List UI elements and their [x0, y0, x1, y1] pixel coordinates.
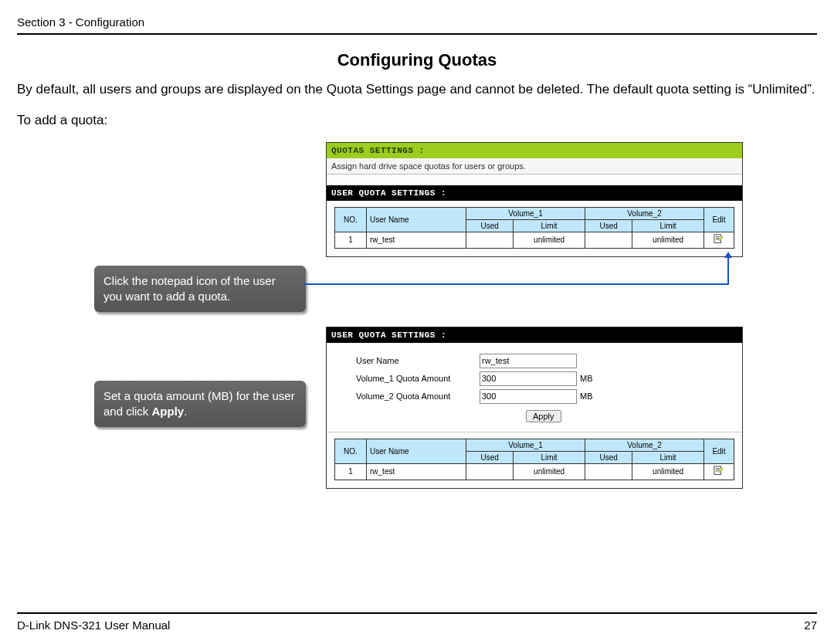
cell-v2-limit: unlimited: [632, 232, 704, 248]
cell-no: 1: [335, 232, 367, 248]
callout2-text-a: Set a quota amount (MB) for the user and…: [103, 389, 295, 418]
cell-no: 1: [335, 463, 367, 480]
input-v2-quota[interactable]: [480, 389, 577, 404]
user-quota-table-1: NO. User Name Volume_1 Volume_2 Edit Use…: [334, 207, 734, 249]
label-user-name: User Name: [333, 356, 480, 365]
col-v2-used: Used: [585, 451, 632, 463]
table-row: 1 rw_test unlimited unlimited: [335, 463, 734, 480]
intro-paragraph: By default, all users and groups are dis…: [17, 81, 817, 99]
col-v2-limit: Limit: [632, 219, 704, 232]
form-row-user: User Name: [333, 354, 736, 368]
callout2-text-c: .: [184, 405, 187, 418]
callout-set-quota: Set a quota amount (MB) for the user and…: [94, 381, 306, 428]
cell-user: rw_test: [367, 232, 466, 248]
panel-title-quotas: QUOTAS SETTINGS :: [327, 143, 742, 158]
user-quota-form-panel: USER QUOTA SETTINGS : User Name Volume_1…: [326, 327, 743, 489]
col-vol1: Volume_1: [466, 207, 585, 219]
col-user: User Name: [367, 439, 466, 463]
col-v1-limit: Limit: [514, 451, 585, 463]
user-quota-settings-header-2: USER QUOTA SETTINGS :: [327, 327, 742, 343]
user-quota-table-2: NO. User Name Volume_1 Volume_2 Edit Use…: [334, 439, 734, 480]
cell-edit[interactable]: [704, 232, 734, 248]
label-v2-quota: Volume_2 Quota Amount: [333, 391, 480, 401]
cell-v1-limit: unlimited: [514, 232, 585, 248]
callout-text: Click the notepad icon of the user you w…: [103, 274, 276, 303]
cell-v2-used: [585, 463, 632, 480]
col-vol2: Volume_2: [585, 207, 703, 219]
input-v1-quota[interactable]: [480, 371, 577, 386]
footer-page-number: 27: [804, 619, 817, 632]
col-v1-used: Used: [466, 451, 514, 463]
quotas-settings-panel: QUOTAS SETTINGS : Assign hard drive spac…: [326, 142, 743, 257]
form-row-v1: Volume_1 Quota Amount MB: [333, 371, 736, 386]
cell-v1-used: [466, 232, 514, 248]
col-v1-limit: Limit: [514, 219, 585, 232]
notepad-icon[interactable]: [714, 466, 724, 476]
section-header: Section 3 - Configuration: [17, 15, 817, 35]
form-row-v2: Volume_2 Quota Amount MB: [333, 389, 736, 404]
user-quota-settings-header-1: USER QUOTA SETTINGS :: [327, 185, 742, 201]
footer-left: D-Link DNS-321 User Manual: [17, 619, 170, 632]
cell-v2-limit: unlimited: [632, 463, 704, 480]
input-user-name[interactable]: [480, 354, 577, 368]
col-vol1: Volume_1: [466, 439, 585, 451]
apply-button[interactable]: Apply: [526, 410, 561, 422]
cell-edit[interactable]: [704, 463, 734, 480]
cell-user: rw_test: [367, 463, 466, 480]
col-edit: Edit: [704, 439, 734, 463]
col-no: NO.: [335, 439, 367, 463]
page-title: Configuring Quotas: [17, 50, 817, 70]
col-v1-used: Used: [466, 219, 514, 232]
unit-mb-2: MB: [580, 391, 593, 401]
col-edit: Edit: [704, 207, 734, 232]
col-vol2: Volume_2: [585, 439, 703, 451]
col-no: NO.: [335, 207, 367, 232]
table-row: 1 rw_test unlimited unlimited: [335, 232, 734, 248]
cell-v2-used: [585, 232, 632, 248]
callout-click-notepad: Click the notepad icon of the user you w…: [94, 266, 306, 313]
label-v1-quota: Volume_1 Quota Amount: [333, 374, 480, 383]
col-v2-used: Used: [585, 219, 632, 232]
cell-v1-used: [466, 463, 514, 480]
page-footer: D-Link DNS-321 User Manual 27: [17, 612, 817, 632]
panel-subtitle: Assign hard drive space quotas for users…: [327, 158, 742, 175]
cell-v1-limit: unlimited: [514, 463, 585, 480]
callout2-text-b: Apply: [152, 405, 185, 418]
notepad-icon[interactable]: [714, 234, 724, 245]
col-v2-limit: Limit: [632, 451, 704, 463]
unit-mb-1: MB: [580, 374, 593, 383]
col-user: User Name: [367, 207, 466, 232]
to-add-label: To add a quota:: [17, 113, 817, 128]
